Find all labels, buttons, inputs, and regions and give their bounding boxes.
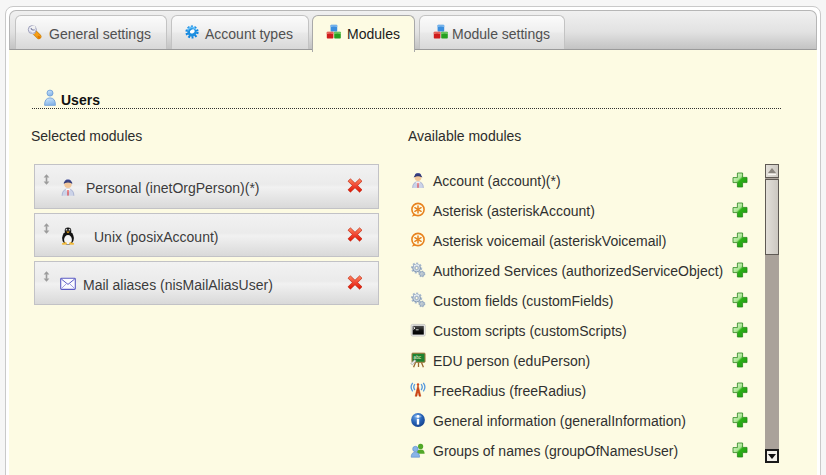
- svg-text:abc: abc: [414, 355, 422, 360]
